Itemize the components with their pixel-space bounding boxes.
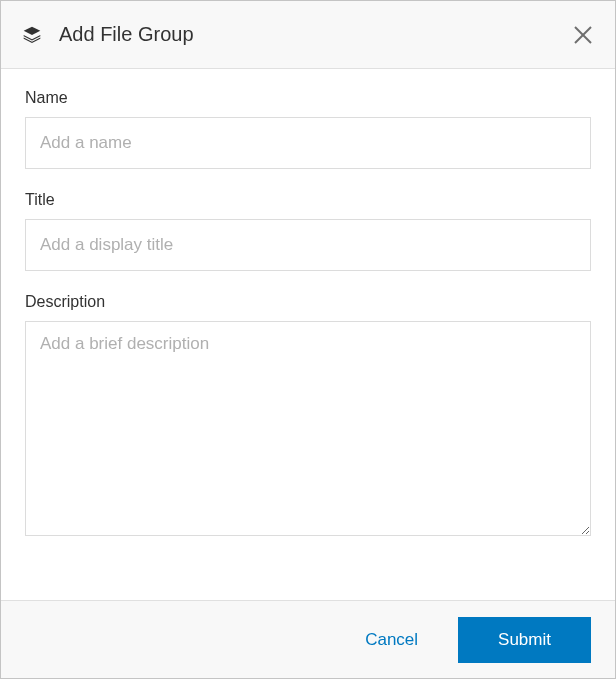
name-label: Name (25, 89, 591, 107)
dialog-title: Add File Group (59, 23, 571, 46)
dialog-body: Name Title Description (1, 69, 615, 600)
form-group-title: Title (25, 191, 591, 271)
form-group-name: Name (25, 89, 591, 169)
submit-button[interactable]: Submit (458, 617, 591, 663)
description-textarea[interactable] (25, 321, 591, 536)
description-label: Description (25, 293, 591, 311)
title-label: Title (25, 191, 591, 209)
close-button[interactable] (571, 23, 595, 47)
dialog-footer: Cancel Submit (1, 600, 615, 678)
dialog-header: Add File Group (1, 1, 615, 69)
cancel-button[interactable]: Cancel (349, 620, 434, 660)
close-icon (574, 26, 592, 44)
form-group-description: Description (25, 293, 591, 540)
title-input[interactable] (25, 219, 591, 271)
add-file-group-dialog: Add File Group Name Title Description Ca… (0, 0, 616, 679)
layers-icon (21, 24, 43, 46)
name-input[interactable] (25, 117, 591, 169)
